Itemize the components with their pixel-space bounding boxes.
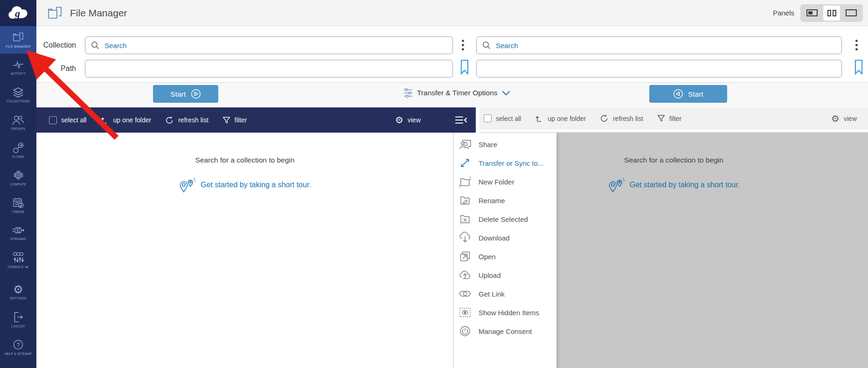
dual-panel-icon [827, 10, 836, 16]
chevron-down-icon [502, 91, 510, 96]
menu-item-transfer-or-sync[interactable]: Transfer or Sync to... [454, 154, 556, 172]
tour-link[interactable]: Get started by taking a short tour. [36, 177, 453, 192]
select-all-left[interactable]: select all [49, 116, 86, 124]
menu-collapse-icon [455, 116, 467, 124]
menu-item-rename[interactable]: Rename [454, 191, 556, 210]
sliders-icon [403, 88, 413, 98]
tour-pins-icon [179, 177, 195, 192]
sidebar-item-help-sitemap[interactable]: ? HELP & SITEMAP [0, 333, 36, 361]
left-panel-toolbar: select all up one folder refresh list fi… [36, 107, 476, 133]
menu-item-upload[interactable]: Upload [454, 266, 556, 284]
collection-options-kebab-left[interactable] [461, 40, 464, 50]
search-placeholder: Search [496, 42, 518, 50]
groups-icon [12, 114, 25, 126]
collection-options-kebab-right[interactable] [855, 40, 858, 50]
collection-label: Collection [36, 41, 76, 50]
path-label: Path [36, 64, 76, 73]
sidebar-item-file-manager[interactable]: FILE MANAGER [0, 26, 36, 54]
collection-search-input-left[interactable]: Search [85, 36, 453, 54]
panels-button-group [800, 4, 863, 22]
gear-icon: ⚙ [395, 115, 403, 125]
sidebar-item-label: TIMERS [12, 210, 25, 214]
page-title: File Manager [70, 7, 127, 19]
bookmark-icon-left[interactable] [460, 59, 469, 75]
sidebar: g FILE MANAGER ACTIVITY COLLECTIONS [0, 0, 36, 368]
compute-icon [12, 169, 25, 181]
sidebar-item-console[interactable]: CONSOLE [0, 247, 36, 274]
sidebar-item-settings[interactable]: ⚙ SETTINGS [0, 278, 36, 306]
up-one-folder-right[interactable]: up one folder [535, 114, 586, 123]
console-icon [12, 252, 25, 264]
open-icon [459, 250, 471, 262]
svg-text:g: g [14, 7, 20, 19]
streams-icon [12, 225, 25, 236]
header: File Manager Panels [36, 0, 868, 26]
sidebar-item-timers[interactable]: TIMERS [0, 191, 36, 219]
collection-search-input-right[interactable]: Search [476, 36, 842, 54]
refresh-list-left[interactable]: refresh list [165, 116, 208, 125]
sidebar-item-label: LOGOUT [11, 325, 25, 328]
path-input-left[interactable] [85, 60, 453, 78]
view-right[interactable]: ⚙ view [831, 114, 857, 123]
refresh-icon [600, 114, 609, 123]
menu-item-show-hidden-items[interactable]: Show Hidden Items [454, 303, 556, 322]
sidebar-item-groups[interactable]: GROUPS [0, 109, 36, 136]
bookmark-icon-right[interactable] [854, 59, 863, 75]
transfer-timer-options-label: Transfer & Timer Options [417, 89, 498, 97]
dual-panel-button[interactable] [823, 6, 840, 21]
path-input-right[interactable] [476, 60, 842, 78]
select-all-checkbox[interactable] [484, 114, 492, 122]
settings-icon: ⚙ [13, 284, 23, 295]
panels-control: Panels [773, 4, 863, 22]
menu-item-download[interactable]: Download [454, 228, 556, 247]
svg-text:?: ? [17, 342, 20, 348]
collapse-action-menu-button[interactable] [455, 116, 467, 124]
sidebar-item-streams[interactable]: STREAMS [0, 219, 36, 247]
empty-state-title: Search for a collection to begin [36, 156, 453, 164]
collections-icon [12, 87, 24, 98]
sidebar-item-compute[interactable]: COMPUTE [0, 164, 36, 191]
manage-consent-icon [459, 326, 471, 337]
sidebar-item-collections[interactable]: COLLECTIONS [0, 81, 36, 109]
menu-item-delete-selected[interactable]: Delete Selected [454, 210, 556, 228]
globus-logo[interactable]: g [0, 0, 36, 26]
filter-right[interactable]: filter [657, 114, 681, 122]
start-transfer-right-button[interactable]: Start [649, 85, 727, 103]
sidebar-item-label: FLOWS [13, 155, 24, 159]
rename-icon [459, 195, 471, 206]
sidebar-item-label: ACTIVITY [11, 72, 26, 76]
full-panel-button[interactable] [843, 6, 860, 21]
flows-icon [12, 142, 25, 154]
refresh-icon [165, 116, 174, 125]
globus-file-manager-app: g FILE MANAGER ACTIVITY COLLECTIONS [0, 0, 868, 368]
menu-item-open[interactable]: Open [454, 247, 556, 266]
delete-icon [459, 213, 471, 225]
single-panel-button[interactable] [804, 6, 820, 21]
search-icon [482, 41, 491, 50]
left-panel-content: Search for a collection to begin Get sta… [36, 133, 453, 368]
up-one-folder-icon [535, 114, 543, 123]
transfer-timer-options[interactable]: Transfer & Timer Options [403, 88, 510, 98]
upload-icon [458, 269, 472, 281]
sidebar-item-flows[interactable]: FLOWS [0, 136, 36, 164]
file-manager-icon [12, 31, 25, 43]
sidebar-item-activity[interactable]: ACTIVITY [0, 54, 36, 81]
view-left[interactable]: ⚙ view [395, 115, 421, 125]
logout-icon [12, 311, 25, 323]
menu-item-share[interactable]: Share [454, 135, 556, 154]
refresh-list-right[interactable]: refresh list [600, 114, 643, 123]
menu-item-get-link[interactable]: Get Link [454, 284, 556, 303]
gear-icon: ⚙ [831, 114, 840, 123]
help-icon: ? [12, 339, 24, 351]
up-one-folder-left[interactable]: up one folder [100, 116, 151, 124]
menu-item-manage-consent[interactable]: Manage Consent [454, 322, 556, 340]
sidebar-item-label: GROUPS [11, 127, 25, 131]
share-icon [458, 139, 472, 150]
download-icon [458, 232, 472, 244]
select-all-checkbox[interactable] [49, 116, 57, 124]
filter-left[interactable]: filter [222, 116, 247, 124]
select-all-right[interactable]: select all [484, 114, 521, 122]
start-transfer-left-button[interactable]: Start [153, 85, 218, 103]
menu-item-new-folder[interactable]: New Folder [454, 172, 556, 191]
sidebar-item-logout[interactable]: LOGOUT [0, 306, 36, 333]
